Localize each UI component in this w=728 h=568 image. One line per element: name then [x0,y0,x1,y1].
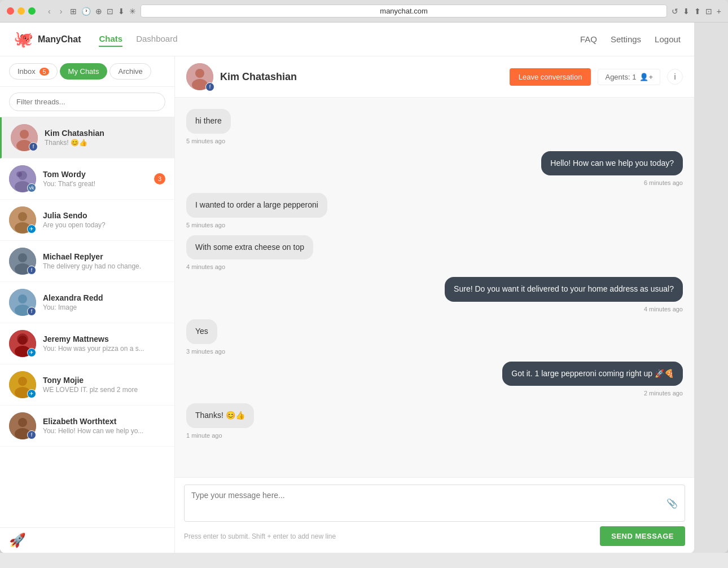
minimize-btn[interactable] [17,7,25,15]
contact-name-kim: Kim Chatashian [45,129,165,138]
add-agent-icon[interactable]: 👤+ [639,73,653,81]
back-button[interactable]: ‹ [45,6,54,17]
contact-name-tony: Tony Mojie [43,376,165,385]
message-input[interactable] [191,491,662,513]
contact-alex[interactable]: f Alexandra Redd You: Image [0,282,174,323]
svg-point-11 [18,253,27,262]
message-time: 5 minutes ago [186,138,225,144]
puzzle-icon[interactable]: ✳ [129,7,136,16]
contact-list: f Kim Chatashian Thanks! 😊👍 [0,117,174,527]
nav-links: Chats Dashboard [99,32,177,47]
inbox-badge: 5 [40,68,49,76]
history-icon[interactable]: 🕐 [81,7,91,16]
nav-settings[interactable]: Settings [611,34,641,44]
tab-archive[interactable]: Archive [109,63,151,80]
message-time: 4 minutes ago [186,263,225,270]
contact-preview-tom: You: That's great! [43,180,154,188]
browser-toolbar-icons: 🕐 ⊕ ⊡ ⬇ ✳ [81,7,136,16]
chat-header-name: Kim Chatashian [220,71,503,83]
avatar-wrap-jeremy: ✈ [9,330,36,357]
address-bar[interactable]: manychat.com [141,5,666,17]
contact-preview-tony: WE LOVED IT. plz send 2 more [43,386,165,394]
new-tab-icon[interactable]: + [717,7,721,16]
contact-name-tom: Tom Wordy [43,170,154,179]
contact-preview-elizabeth: You: Hello! How can we help yo... [43,427,165,435]
send-message-button[interactable]: SEND MESSAGE [600,526,685,546]
main-content: Inbox 5 My Chats Archive [0,56,694,553]
contact-elizabeth[interactable]: f Elizabeth Worthtext You: Hello! How ca… [0,406,174,447]
reading-icon[interactable]: ⊡ [705,7,712,16]
contact-preview-kim: Thanks! 😊👍 [45,139,165,147]
contact-preview-michael: The delivery guy had no change. [43,262,165,270]
tab-my-chats[interactable]: My Chats [60,63,108,80]
info-button[interactable]: i [667,69,683,85]
close-btn[interactable] [7,7,14,15]
browser-right-icons: ⬇ ⬆ ⊡ + [683,7,721,16]
contact-name-alex: Alexandra Redd [43,293,165,302]
extensions-icon[interactable]: ⊕ [95,7,102,16]
message-group-1: hi there 5 minutes ago [186,109,683,144]
nav-link-chats[interactable]: Chats [99,32,122,47]
contact-name-michael: Michael Replyer [43,252,165,261]
contact-julia[interactable]: ✈ Julia Sendo Are you open today? [0,200,174,241]
svg-point-19 [17,333,28,345]
message-group-8: Thanks! 😊👍 1 minute ago [186,403,683,439]
download2-icon[interactable]: ⬇ [683,7,690,16]
attach-icon[interactable]: 📎 [666,498,678,509]
refresh-icon[interactable]: ↺ [672,7,678,16]
message-bubble: I wanted to order a large pepperoni [186,193,327,218]
message-group-6: Yes 3 minutes ago [186,319,683,355]
tg-badge-tony: ✈ [27,389,36,398]
nav-faq[interactable]: FAQ [580,34,597,44]
contact-michael[interactable]: f Michael Replyer The delivery guy had n… [0,241,174,282]
svg-point-14 [18,294,27,303]
logo-area: 🐙 ManyChat [14,30,81,49]
nav-link-dashboard[interactable]: Dashboard [136,32,177,47]
filter-input[interactable] [9,93,165,111]
contact-kim[interactable]: f Kim Chatashian Thanks! 😊👍 [0,117,174,158]
pocket-icon[interactable]: ⊡ [107,7,113,16]
tg-badge-julia: ✈ [27,224,36,234]
fb-badge-michael: f [27,266,36,275]
message-time: 3 minutes ago [186,348,225,355]
logo-text: ManyChat [38,34,81,45]
contact-info-alex: Alexandra Redd You: Image [43,293,165,311]
share-icon[interactable]: ⬆ [694,7,701,16]
contact-info-tom: Tom Wordy You: That's great! [43,170,154,188]
sidebar-tabs: Inbox 5 My Chats Archive [0,56,174,87]
message-group-3: I wanted to order a large pepperoni 5 mi… [186,193,683,228]
avatar-wrap-tony: ✈ [9,371,36,398]
nav-logout[interactable]: Logout [655,34,681,44]
leave-conversation-button[interactable]: Leave conversation [510,68,591,86]
contact-preview-jeremy: You: How was your pizza on a s... [43,345,165,353]
contact-info-julia: Julia Sendo Are you open today? [43,211,165,229]
contact-jeremy[interactable]: ✈ Jeremy Mattnews You: How was your pizz… [0,323,174,364]
chat-header-avatar: f [186,63,213,90]
fb-badge-elizabeth: f [27,430,36,439]
fullscreen-btn[interactable] [28,7,36,15]
bottom-logo: 🚀 [0,527,174,553]
nav-right: FAQ Settings Logout [580,34,681,44]
avatar-wrap-michael: f [9,248,36,275]
contact-tom[interactable]: vk Tom Wordy You: That's great! 3 [0,158,174,200]
message-time: 6 minutes ago [644,179,683,186]
svg-point-1 [20,130,29,139]
sidebar-toggle-icon[interactable]: ⊞ [70,7,77,16]
message-bubble: Yes [186,319,217,344]
input-hint: Press enter to submit. Shift + enter to … [184,532,336,540]
messages-area: hi there 5 minutes ago Hello! How can we… [175,98,694,477]
contact-tony[interactable]: ✈ Tony Mojie WE LOVED IT. plz send 2 mor… [0,364,174,406]
message-bubble: hi there [186,109,231,134]
download-icon[interactable]: ⬇ [118,7,125,16]
svg-point-6 [16,171,22,177]
forward-button[interactable]: › [56,6,66,17]
message-bubble: Got it. 1 large pepperoni coming right u… [502,362,683,386]
input-footer: Press enter to submit. Shift + enter to … [184,526,685,546]
agents-info: Agents: 1 👤+ [598,69,660,85]
avatar-wrap-tom: vk [9,165,36,192]
avatar-wrap-elizabeth: f [9,412,36,439]
contact-name-julia: Julia Sendo [43,211,165,220]
chat-area: f Kim Chatashian Leave conversation Agen… [175,56,694,553]
tab-inbox[interactable]: Inbox 5 [9,63,58,80]
message-bubble: Hello! How can we help you today? [541,151,683,176]
